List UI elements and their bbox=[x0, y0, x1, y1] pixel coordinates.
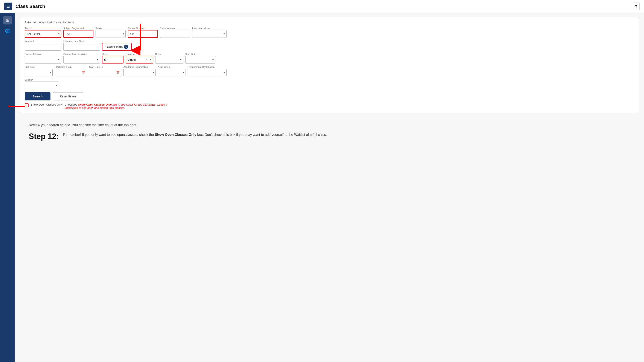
start-date-from-input[interactable] bbox=[55, 69, 87, 76]
annotation-suffix: box to see ONLY OPEN CLASSES. Leave it bbox=[112, 103, 167, 106]
reset-filters-button[interactable]: Reset Filters bbox=[53, 92, 83, 100]
start-date-from-label: Start Date From bbox=[55, 66, 87, 68]
course-number-label: Course Number: bbox=[128, 27, 158, 30]
acad-group-field-group: Acad Group bbox=[158, 66, 186, 76]
acad-org-label: Academic Organization bbox=[124, 66, 156, 68]
session-select[interactable] bbox=[25, 81, 59, 89]
keyword-input[interactable] bbox=[25, 43, 61, 51]
step-label: Step 12: bbox=[29, 132, 59, 141]
end-time-select-wrapper bbox=[25, 69, 52, 76]
open-classes-row: Show Open Classes Only Check the Show Op… bbox=[25, 103, 634, 109]
arrow-left-icon bbox=[8, 103, 26, 109]
req-desig-select-wrapper bbox=[188, 69, 226, 76]
term-select[interactable]: FALL 2021 bbox=[25, 30, 61, 38]
action-row: Search Reset Filters bbox=[25, 92, 634, 100]
start-time-field-group: Start Time bbox=[185, 53, 216, 63]
instructor-label: Instructor Last Name bbox=[63, 40, 100, 42]
grid-icon: ⊞ bbox=[6, 17, 10, 23]
days-label: Days bbox=[155, 53, 183, 55]
days-select-wrapper bbox=[155, 56, 183, 63]
criteria-label: Select all the required (*) search crite… bbox=[25, 21, 634, 24]
layout: ⊞ 🌐 Select all the required (*) search c… bbox=[0, 13, 644, 362]
acad-org-select[interactable] bbox=[124, 69, 156, 76]
start-date-from-field-group: Start Date From 📅 bbox=[55, 66, 87, 76]
class-number-field-group: Class Number bbox=[160, 27, 190, 38]
session-label: Session bbox=[25, 78, 59, 81]
days-select[interactable] bbox=[155, 56, 183, 63]
start-time-select-wrapper bbox=[185, 56, 216, 63]
filter-row-4: End Time Start Date From 📅 bbox=[25, 66, 634, 76]
acad-org-select-wrapper bbox=[124, 69, 156, 76]
sidebar: ⊞ 🌐 bbox=[0, 13, 15, 362]
location-field-group: Location: ✕ ▾ bbox=[126, 53, 153, 63]
units-field-group: Units: bbox=[102, 53, 124, 63]
annotation-prefix: Check the bbox=[65, 103, 78, 106]
sidebar-icon-grid[interactable]: ⊞ bbox=[3, 16, 12, 24]
subject-begins-input[interactable] bbox=[63, 30, 94, 38]
step-text-part2: box. Don't check this box if you may wan… bbox=[196, 133, 327, 136]
course-attr-val-field-group: Course Attribute Value bbox=[63, 53, 100, 63]
course-attr-select[interactable] bbox=[25, 56, 61, 63]
open-classes-annotation: Check the Show Open Classes Only box to … bbox=[65, 103, 167, 109]
settings-button[interactable]: ⚙ bbox=[632, 2, 640, 10]
instructor-field-group: Instructor Last Name bbox=[63, 40, 100, 51]
instructor-input[interactable] bbox=[63, 43, 100, 51]
req-desig-select[interactable] bbox=[188, 69, 226, 76]
step-text-bold2: Only bbox=[188, 133, 196, 136]
course-number-field-group: Course Number: bbox=[128, 27, 158, 38]
gear-icon: ⚙ bbox=[634, 4, 637, 8]
keyword-label: Keyword bbox=[25, 40, 61, 42]
start-time-label: Start Time bbox=[185, 53, 216, 55]
term-field-group: Term: FALL 2021 bbox=[25, 27, 61, 38]
location-input-row: ✕ ▾ bbox=[126, 56, 153, 63]
open-classes-label: Show Open Classes Only bbox=[31, 103, 62, 106]
session-field-group: Session bbox=[25, 78, 59, 89]
search-panel-wrapper: Select all the required (*) search crite… bbox=[20, 17, 639, 113]
subject-field-group: Subject bbox=[96, 27, 126, 38]
hamburger-button[interactable]: ☰ bbox=[4, 2, 12, 10]
start-date-to-label: Start Date To bbox=[89, 66, 121, 68]
start-date-to-input[interactable] bbox=[89, 69, 121, 76]
end-time-select[interactable] bbox=[25, 69, 52, 76]
instruction-mode-field-group: Instruction Mode bbox=[192, 27, 226, 38]
end-time-field-group: End Time bbox=[25, 66, 52, 76]
start-date-to-wrapper: 📅 bbox=[89, 69, 121, 76]
search-button[interactable]: Search bbox=[25, 92, 50, 100]
location-dropdown-button[interactable]: ▾ bbox=[149, 56, 153, 63]
filter-row-5: Session bbox=[25, 78, 634, 89]
acad-group-select[interactable] bbox=[158, 69, 186, 76]
start-time-select[interactable] bbox=[185, 56, 216, 63]
course-attr-val-select[interactable] bbox=[63, 56, 100, 63]
req-desig-label: Requirement Designation bbox=[188, 66, 226, 68]
instruction-mode-select[interactable] bbox=[192, 30, 226, 38]
acad-org-field-group: Academic Organization bbox=[124, 66, 156, 76]
subject-select-wrapper bbox=[96, 30, 126, 38]
term-label: Term: bbox=[25, 27, 61, 30]
instruction-mode-label: Instruction Mode bbox=[192, 27, 226, 30]
filter-row-1: Term: FALL 2021 Subject Begins With: bbox=[25, 27, 634, 38]
main-content: Select all the required (*) search crite… bbox=[15, 13, 644, 362]
location-input[interactable] bbox=[126, 56, 145, 63]
term-select-wrapper: FALL 2021 bbox=[25, 30, 61, 38]
subject-select[interactable] bbox=[96, 30, 126, 38]
keyword-field-group: Keyword bbox=[25, 40, 61, 51]
annotation-bold-text: Show Open Classes Only bbox=[78, 103, 112, 106]
course-number-input[interactable] bbox=[128, 30, 158, 38]
sidebar-icon-globe[interactable]: 🌐 bbox=[3, 27, 12, 35]
class-number-input[interactable] bbox=[160, 30, 190, 38]
review-text: Review your search criteria. You can see… bbox=[29, 122, 630, 128]
subject-label: Subject bbox=[96, 27, 126, 30]
step-row: Step 12: Remember! If you only want to s… bbox=[29, 132, 630, 141]
course-attr-label: Course Attribute bbox=[25, 53, 61, 55]
subject-begins-label: Subject Begins With: bbox=[63, 27, 94, 30]
units-input[interactable] bbox=[102, 56, 124, 63]
page-title: Class Search bbox=[16, 4, 632, 9]
req-desig-field-group: Requirement Designation bbox=[188, 66, 226, 76]
step-text-part1: Remember! If you only want to see open c… bbox=[63, 133, 155, 136]
course-attr-val-label: Course Attribute Value bbox=[63, 53, 100, 55]
top-bar: ☰ Class Search ⚙ bbox=[0, 0, 644, 13]
instructions-area: Review your search criteria. You can see… bbox=[20, 118, 639, 145]
location-clear-button[interactable]: ✕ bbox=[145, 56, 149, 63]
course-attr-select-wrapper bbox=[25, 56, 61, 63]
fewer-filters-button[interactable]: Fewer Filters 5 bbox=[102, 43, 132, 51]
